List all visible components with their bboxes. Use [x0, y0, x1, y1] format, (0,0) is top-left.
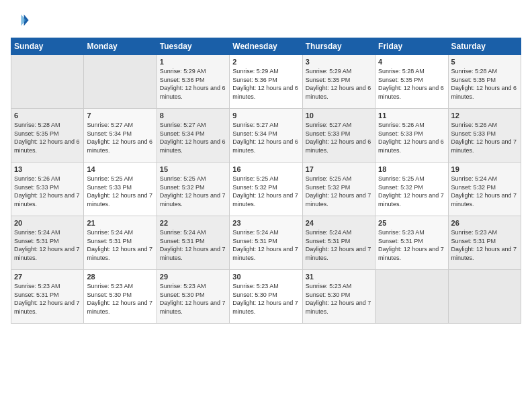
day-info: Sunrise: 5:23 AMSunset: 5:31 PMDaylight:… — [378, 228, 445, 262]
day-cell: 12Sunrise: 5:26 AMSunset: 5:33 PMDayligh… — [448, 109, 521, 163]
day-cell: 17Sunrise: 5:25 AMSunset: 5:32 PMDayligh… — [302, 163, 375, 216]
day-number: 30 — [232, 273, 299, 281]
day-number: 10 — [306, 111, 372, 120]
day-number: 7 — [87, 111, 153, 120]
day-info: Sunrise: 5:27 AMSunset: 5:33 PMDaylight:… — [306, 121, 372, 154]
day-number: 5 — [451, 58, 518, 66]
day-number: 8 — [160, 111, 226, 120]
day-info: Sunrise: 5:25 AMSunset: 5:32 PMDaylight:… — [232, 175, 299, 208]
header-row: SundayMondayTuesdayWednesdayThursdayFrid… — [11, 38, 521, 55]
day-info: Sunrise: 5:27 AMSunset: 5:34 PMDaylight:… — [160, 121, 226, 154]
day-cell: 31Sunrise: 5:23 AMSunset: 5:30 PMDayligh… — [302, 270, 375, 324]
day-cell: 29Sunrise: 5:23 AMSunset: 5:30 PMDayligh… — [157, 270, 229, 324]
day-info: Sunrise: 5:25 AMSunset: 5:32 PMDaylight:… — [378, 175, 445, 208]
day-info: Sunrise: 5:24 AMSunset: 5:31 PMDaylight:… — [306, 228, 372, 262]
day-info: Sunrise: 5:29 AMSunset: 5:36 PMDaylight:… — [232, 67, 299, 101]
day-cell: 23Sunrise: 5:24 AMSunset: 5:31 PMDayligh… — [230, 216, 302, 270]
day-info: Sunrise: 5:27 AMSunset: 5:34 PMDaylight:… — [87, 121, 153, 154]
header-tuesday: Tuesday — [157, 38, 229, 55]
day-number: 21 — [87, 219, 153, 227]
week-row-4: 20Sunrise: 5:24 AMSunset: 5:31 PMDayligh… — [11, 216, 521, 270]
day-number: 1 — [160, 58, 226, 66]
day-number: 22 — [160, 219, 226, 227]
day-cell: 16Sunrise: 5:25 AMSunset: 5:32 PMDayligh… — [230, 163, 302, 216]
day-cell: 6Sunrise: 5:28 AMSunset: 5:35 PMDaylight… — [11, 109, 84, 163]
day-cell: 22Sunrise: 5:24 AMSunset: 5:31 PMDayligh… — [157, 216, 229, 270]
day-info: Sunrise: 5:26 AMSunset: 5:33 PMDaylight:… — [451, 121, 518, 154]
day-info: Sunrise: 5:24 AMSunset: 5:32 PMDaylight:… — [451, 175, 518, 208]
day-cell: 25Sunrise: 5:23 AMSunset: 5:31 PMDayligh… — [375, 216, 448, 270]
week-row-2: 6Sunrise: 5:28 AMSunset: 5:35 PMDaylight… — [11, 109, 521, 163]
header-saturday: Saturday — [448, 38, 521, 55]
day-cell — [11, 55, 84, 109]
day-info: Sunrise: 5:26 AMSunset: 5:33 PMDaylight:… — [378, 121, 445, 154]
day-info: Sunrise: 5:25 AMSunset: 5:33 PMDaylight:… — [87, 175, 153, 208]
day-number: 20 — [14, 219, 81, 227]
day-info: Sunrise: 5:28 AMSunset: 5:35 PMDaylight:… — [451, 67, 518, 101]
day-cell: 15Sunrise: 5:25 AMSunset: 5:32 PMDayligh… — [157, 163, 229, 216]
day-cell: 28Sunrise: 5:23 AMSunset: 5:30 PMDayligh… — [84, 270, 157, 324]
day-cell: 18Sunrise: 5:25 AMSunset: 5:32 PMDayligh… — [375, 163, 448, 216]
day-info: Sunrise: 5:29 AMSunset: 5:36 PMDaylight:… — [160, 67, 226, 101]
day-cell — [448, 270, 521, 324]
day-info: Sunrise: 5:26 AMSunset: 5:33 PMDaylight:… — [14, 175, 81, 208]
day-cell: 8Sunrise: 5:27 AMSunset: 5:34 PMDaylight… — [157, 109, 229, 163]
day-cell: 19Sunrise: 5:24 AMSunset: 5:32 PMDayligh… — [448, 163, 521, 216]
day-cell: 26Sunrise: 5:23 AMSunset: 5:31 PMDayligh… — [448, 216, 521, 270]
page-header — [11, 11, 521, 30]
day-number: 6 — [14, 111, 81, 120]
day-number: 25 — [378, 219, 445, 227]
day-cell: 2Sunrise: 5:29 AMSunset: 5:36 PMDaylight… — [230, 55, 302, 109]
day-cell: 4Sunrise: 5:28 AMSunset: 5:35 PMDaylight… — [375, 55, 448, 109]
day-info: Sunrise: 5:23 AMSunset: 5:30 PMDaylight:… — [232, 282, 299, 316]
header-monday: Monday — [84, 38, 157, 55]
week-row-5: 27Sunrise: 5:23 AMSunset: 5:31 PMDayligh… — [11, 270, 521, 324]
logo-icon — [11, 11, 30, 30]
day-info: Sunrise: 5:25 AMSunset: 5:32 PMDaylight:… — [306, 175, 372, 208]
day-info: Sunrise: 5:27 AMSunset: 5:34 PMDaylight:… — [232, 121, 299, 154]
day-cell: 14Sunrise: 5:25 AMSunset: 5:33 PMDayligh… — [84, 163, 157, 216]
day-number: 2 — [232, 58, 299, 66]
day-number: 9 — [232, 111, 299, 120]
day-cell: 3Sunrise: 5:29 AMSunset: 5:35 PMDaylight… — [302, 55, 375, 109]
day-cell: 9Sunrise: 5:27 AMSunset: 5:34 PMDaylight… — [230, 109, 302, 163]
day-cell: 30Sunrise: 5:23 AMSunset: 5:30 PMDayligh… — [230, 270, 302, 324]
day-number: 13 — [14, 165, 81, 173]
day-number: 12 — [451, 111, 518, 120]
day-number: 18 — [378, 165, 445, 173]
day-number: 16 — [232, 165, 299, 173]
day-number: 23 — [232, 219, 299, 227]
header-sunday: Sunday — [11, 38, 84, 55]
day-number: 26 — [451, 219, 518, 227]
day-cell: 24Sunrise: 5:24 AMSunset: 5:31 PMDayligh… — [302, 216, 375, 270]
day-info: Sunrise: 5:28 AMSunset: 5:35 PMDaylight:… — [378, 67, 445, 101]
day-info: Sunrise: 5:23 AMSunset: 5:30 PMDaylight:… — [87, 282, 153, 316]
day-info: Sunrise: 5:24 AMSunset: 5:31 PMDaylight:… — [87, 228, 153, 262]
day-cell: 5Sunrise: 5:28 AMSunset: 5:35 PMDaylight… — [448, 55, 521, 109]
day-number: 14 — [87, 165, 153, 173]
day-cell: 1Sunrise: 5:29 AMSunset: 5:36 PMDaylight… — [157, 55, 229, 109]
day-number: 11 — [378, 111, 445, 120]
day-cell: 7Sunrise: 5:27 AMSunset: 5:34 PMDaylight… — [84, 109, 157, 163]
day-info: Sunrise: 5:23 AMSunset: 5:31 PMDaylight:… — [14, 282, 81, 316]
day-info: Sunrise: 5:23 AMSunset: 5:30 PMDaylight:… — [306, 282, 372, 316]
day-info: Sunrise: 5:28 AMSunset: 5:35 PMDaylight:… — [14, 121, 81, 154]
day-number: 3 — [306, 58, 372, 66]
day-cell — [84, 55, 157, 109]
day-cell: 27Sunrise: 5:23 AMSunset: 5:31 PMDayligh… — [11, 270, 84, 324]
day-info: Sunrise: 5:29 AMSunset: 5:35 PMDaylight:… — [306, 67, 372, 101]
day-number: 28 — [87, 273, 153, 281]
day-cell: 13Sunrise: 5:26 AMSunset: 5:33 PMDayligh… — [11, 163, 84, 216]
header-thursday: Thursday — [302, 38, 375, 55]
logo — [11, 11, 32, 30]
day-cell: 11Sunrise: 5:26 AMSunset: 5:33 PMDayligh… — [375, 109, 448, 163]
day-cell — [375, 270, 448, 324]
day-info: Sunrise: 5:24 AMSunset: 5:31 PMDaylight:… — [232, 228, 299, 262]
day-info: Sunrise: 5:24 AMSunset: 5:31 PMDaylight:… — [160, 228, 226, 262]
day-number: 29 — [160, 273, 226, 281]
day-cell: 21Sunrise: 5:24 AMSunset: 5:31 PMDayligh… — [84, 216, 157, 270]
day-number: 17 — [306, 165, 372, 173]
header-wednesday: Wednesday — [230, 38, 302, 55]
day-number: 15 — [160, 165, 226, 173]
header-friday: Friday — [375, 38, 448, 55]
